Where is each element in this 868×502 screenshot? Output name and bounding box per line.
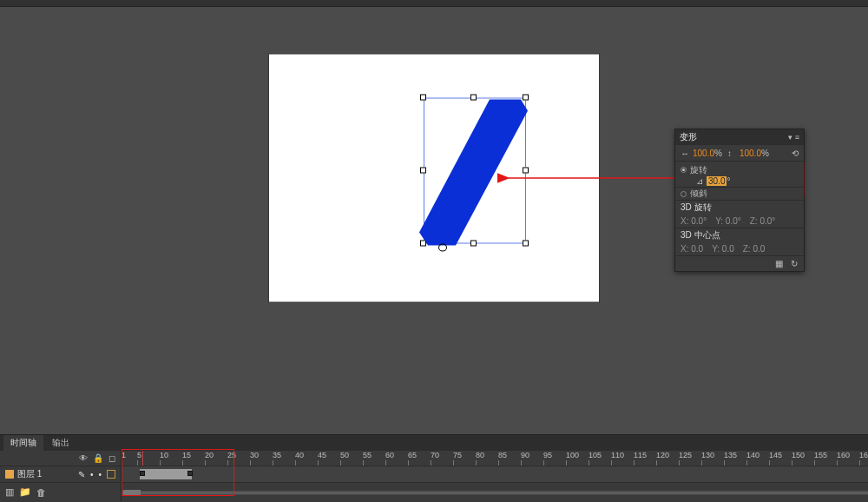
delete-layer-icon[interactable]: 🗑 <box>36 487 46 498</box>
new-folder-icon[interactable]: 📁 <box>19 486 31 498</box>
rotate-label: 旋转 <box>690 164 707 176</box>
panel-header[interactable]: 变形 ▾ ≡ <box>675 129 804 145</box>
tab-output[interactable]: 输出 <box>45 435 76 451</box>
layer-column-header: 👁 🔒 ◻ <box>0 451 122 466</box>
layer-name[interactable]: 图层 1 <box>17 468 42 480</box>
panel-title: 变形 <box>680 131 697 143</box>
ruler-tick: 60 <box>385 451 408 466</box>
ruler-tick: 90 <box>521 451 543 466</box>
rotate-value[interactable]: 30.0 <box>707 176 727 186</box>
skew-row: 倾斜 <box>675 187 804 200</box>
rotate-radio[interactable] <box>681 167 687 173</box>
skew-label: 倾斜 <box>690 188 707 200</box>
ruler-tick: 115 <box>634 451 656 466</box>
rotate-icon: ⊿ <box>696 176 703 186</box>
ruler-tick: 155 <box>814 451 837 466</box>
scale-height-value[interactable]: 100.0 <box>740 149 761 158</box>
menubar <box>0 0 868 7</box>
layer-controls: ▥ 📁 🗑 <box>0 483 122 501</box>
panel-collapse-icon[interactable]: ▾ <box>788 133 792 142</box>
grid-icon[interactable]: ▦ <box>773 259 784 269</box>
layer-color-swatch <box>5 470 14 479</box>
visibility-icon[interactable]: 👁 <box>79 453 88 463</box>
ruler-tick: 35 <box>273 451 295 466</box>
panel-menu-icon[interactable]: ≡ <box>795 133 799 142</box>
section-3d-center-title: 3D 中心点 <box>675 228 804 241</box>
ruler-tick: 145 <box>769 451 792 466</box>
ruler-tick: 135 <box>724 451 746 466</box>
handle-bm[interactable] <box>470 240 477 246</box>
3d-rotate-values: X: 0.0° Y: 0.0° Z: 0.0° <box>675 214 804 228</box>
3d-ctr-y[interactable]: 0.0 <box>722 244 734 254</box>
ruler-tick: 100 <box>566 451 589 466</box>
handle-ml[interactable] <box>420 167 426 173</box>
handle-tl[interactable] <box>420 94 426 100</box>
ruler-tick: 120 <box>656 451 679 466</box>
layer-pencil-icon[interactable]: ✎ <box>78 470 85 479</box>
ruler-tick: 55 <box>363 451 385 466</box>
ruler-tick: 105 <box>589 451 611 466</box>
section-3d-rotate-title: 3D 旋转 <box>675 200 804 214</box>
skew-radio[interactable] <box>681 191 687 197</box>
ruler-tick: 50 <box>340 451 363 466</box>
height-arrows-icon: ↕ <box>727 149 740 158</box>
layer-row-1[interactable]: 图层 1 ✎ • • <box>0 466 122 482</box>
pct-label-2: % <box>761 149 769 158</box>
layer-dot2-icon[interactable]: • <box>98 470 102 479</box>
transform-panel[interactable]: 变形 ▾ ≡ ↔ 100.0 % ↕ 100.0 % ⟲ 旋转 ⊿ 30.0 ° <box>674 129 805 272</box>
ruler-tick: 125 <box>679 451 701 466</box>
degree-label: ° <box>727 176 730 186</box>
handle-mr[interactable] <box>523 167 529 173</box>
handle-tr[interactable] <box>523 94 529 100</box>
anchor-point[interactable] <box>438 243 447 251</box>
ruler-tick: 110 <box>611 451 634 466</box>
3d-center-values: X: 0.0 Y: 0.0 Z: 0.0 <box>675 241 804 255</box>
handle-br[interactable] <box>523 240 529 246</box>
rotate-skew-row: 旋转 ⊿ 30.0 ° <box>675 161 804 187</box>
ruler-tick: 95 <box>543 451 566 466</box>
ruler-tick: 80 <box>476 451 498 466</box>
ruler-tick: 40 <box>295 451 318 466</box>
workspace: 变形 ▾ ≡ ↔ 100.0 % ↕ 100.0 % ⟲ 旋转 ⊿ 30.0 ° <box>0 7 868 434</box>
ruler-tick: 75 <box>453 451 476 466</box>
new-layer-icon[interactable]: ▥ <box>5 486 14 498</box>
ruler-tick: 140 <box>746 451 769 466</box>
ruler-tick: 165 <box>859 451 868 466</box>
panel-footer: ▦ ↻ <box>675 255 804 271</box>
ruler-tick: 65 <box>408 451 431 466</box>
ruler-tick: 130 <box>701 451 724 466</box>
link-icon[interactable]: ⟲ <box>792 149 799 158</box>
reset-icon[interactable]: ↻ <box>789 259 799 269</box>
scale-width-value[interactable]: 100.0 <box>693 149 714 158</box>
3d-ctr-x[interactable]: 0.0 <box>691 244 703 254</box>
tab-timeline[interactable]: 时间轴 <box>3 435 43 451</box>
svg-marker-0 <box>419 99 528 245</box>
3d-ctr-z[interactable]: 0.0 <box>753 244 765 254</box>
timeline-panel[interactable]: 时间轴 输出 👁 🔒 ◻ 151015202530354045505560657… <box>0 434 868 502</box>
ruler-tick: 30 <box>250 451 273 466</box>
lock-icon[interactable]: 🔒 <box>93 453 103 463</box>
stage-wrapper <box>269 54 599 301</box>
ruler-tick: 160 <box>837 451 859 466</box>
scale-row: ↔ 100.0 % ↕ 100.0 % ⟲ <box>675 145 804 161</box>
annotation-highlight-timeline <box>122 449 234 496</box>
handle-tm[interactable] <box>470 94 477 100</box>
ruler-tick: 150 <box>792 451 814 466</box>
pct-label: % <box>714 149 722 158</box>
handle-bl[interactable] <box>420 240 426 246</box>
ruler-tick: 70 <box>431 451 453 466</box>
layer-outline-swatch[interactable] <box>107 470 115 479</box>
ruler-tick: 45 <box>318 451 340 466</box>
canvas-stage[interactable] <box>269 54 599 301</box>
outline-icon[interactable]: ◻ <box>108 453 115 463</box>
3d-rot-z[interactable]: 0.0 <box>760 216 772 226</box>
ruler-tick: 85 <box>498 451 521 466</box>
layer-dot1-icon[interactable]: • <box>90 470 94 479</box>
width-arrows-icon: ↔ <box>681 149 693 158</box>
3d-rot-x[interactable]: 0.0 <box>691 216 703 226</box>
3d-rot-y[interactable]: 0.0 <box>726 216 738 226</box>
